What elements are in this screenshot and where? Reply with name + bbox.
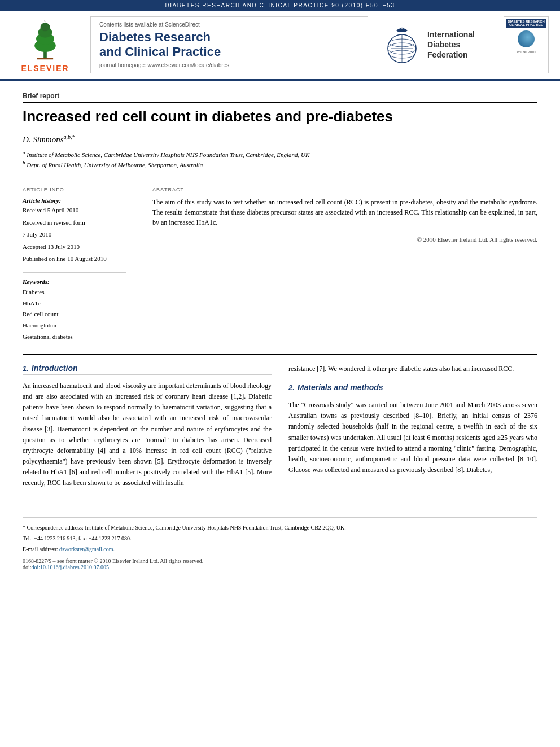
correspondence-label: * Correspondence address:	[23, 525, 84, 531]
idf-section: International Diabetes Federation	[379, 16, 492, 73]
correspondence-footnote: * Correspondence address: Institute of M…	[23, 523, 537, 532]
article-info-title: ARTICLE INFO	[23, 187, 126, 193]
header-area: ⚕ ELSEVIER Contents lists available at S…	[0, 11, 560, 81]
published-date: Published on line 10 August 2010	[23, 254, 126, 264]
author-sup: a,b,*	[64, 134, 75, 140]
journal-info-box: Contents lists available at ScienceDirec…	[90, 16, 368, 73]
authors-line: D. Simmonsa,b,*	[23, 134, 537, 145]
received-revised-date: 7 July 2010	[23, 230, 126, 239]
doi-line: doi:doi:10.1016/j.diabres.2010.07.005	[23, 564, 537, 570]
email-footnote: E-mail address: dsworkster@gmail.com.	[23, 545, 537, 553]
email-label: E-mail address:	[23, 546, 58, 552]
idf-globe-icon	[382, 25, 422, 64]
methods-section-title: 2.Materials and methods	[288, 383, 537, 394]
abstract-panel: ABSTRACT The aim of this study was to te…	[152, 187, 537, 342]
methods-body-text: The "Crossroads study" was carried out b…	[288, 400, 537, 475]
journal-bar-text: DIABETES RESEARCH AND CLINICAL PRACTICE …	[165, 2, 395, 8]
intro-continuation: resistance [7]. We wondered if other pre…	[288, 364, 537, 374]
correspondence-text: Institute of Metabolic Science, Cambridg…	[85, 525, 345, 531]
email-address: dsworkster@gmail.com	[59, 546, 113, 552]
left-column: 1.Introduction An increased haematocrit …	[23, 364, 272, 495]
author-name: D. Simmons	[23, 135, 64, 144]
science-direct-text: Contents lists available at ScienceDirec…	[99, 21, 359, 28]
intro-title-text: Introduction	[32, 364, 78, 373]
intro-number: 1.	[23, 364, 29, 373]
copyright-line: 0168-8227/$ – see front matter © 2010 El…	[23, 558, 537, 564]
received-date-1: Received 5 April 2010	[23, 206, 126, 215]
abstract-copyright: © 2010 Elsevier Ireland Ltd. All rights …	[152, 236, 537, 243]
keyword-haemoglobin: Haemoglobin	[23, 320, 126, 331]
accepted-date: Accepted 13 July 2010	[23, 242, 126, 252]
keywords-section: Keywords: Diabetes HbA1c Red cell count …	[23, 272, 126, 343]
main-sections: 1.Introduction An increased haematocrit …	[23, 354, 537, 495]
keyword-rcc: Red cell count	[23, 309, 126, 320]
intro-section-title: 1.Introduction	[23, 364, 272, 375]
cover-header-text: DIABETES RESEARCH CLINICAL PRACTICE	[506, 19, 546, 28]
journal-title: Diabetes Research and Clinical Practice	[99, 30, 359, 60]
article-title: Increased red cell count in diabetes and…	[23, 108, 537, 125]
journal-homepage: journal homepage: www.elsevier.com/locat…	[99, 62, 359, 68]
methods-title-text: Materials and methods	[298, 383, 383, 392]
main-content-area: Brief report Increased red cell count in…	[0, 81, 560, 506]
tel-footnote: Tel.: +44 1223 216 913; fax: +44 1223 21…	[23, 534, 537, 543]
doi-link: doi:10.1016/j.diabres.2010.07.005	[32, 564, 110, 570]
section-label: Brief report	[23, 92, 537, 103]
intro-body-text: An increased haematocrit and blood visco…	[23, 381, 272, 489]
elsevier-logo: ⚕ ELSEVIER	[11, 16, 79, 73]
abstract-text: The aim of this study was to test whethe…	[152, 197, 537, 228]
elsevier-name: ELSEVIER	[21, 64, 69, 73]
received-revised-label: Received in revised form	[23, 218, 126, 228]
abstract-title: ABSTRACT	[152, 187, 537, 193]
article-info-abstract: ARTICLE INFO Article history: Received 5…	[23, 178, 537, 342]
right-column: resistance [7]. We wondered if other pre…	[288, 364, 537, 495]
svg-rect-5	[37, 58, 53, 60]
article-info-panel: ARTICLE INFO Article history: Received 5…	[23, 187, 135, 342]
svg-text:⚕: ⚕	[45, 20, 46, 24]
journal-cover-thumbnail: DIABETES RESEARCH CLINICAL PRACTICE Vol.…	[504, 16, 549, 73]
keywords-label: Keywords:	[23, 278, 126, 285]
cover-small-text: Vol. 90 2010	[517, 50, 535, 54]
affiliations: a Institute of Metabolic Science, Cambri…	[23, 149, 537, 169]
keyword-gestational: Gestational diabetes	[23, 331, 126, 343]
history-label: Article history:	[23, 197, 126, 204]
svg-point-4	[41, 23, 50, 32]
keyword-hba1c: HbA1c	[23, 298, 126, 309]
footer-area: * Correspondence address: Institute of M…	[23, 517, 537, 570]
elsevier-tree-icon: ⚕	[20, 16, 71, 62]
cover-circle-decoration	[518, 30, 535, 47]
journal-bar: DIABETES RESEARCH AND CLINICAL PRACTICE …	[0, 0, 560, 11]
keyword-diabetes: Diabetes	[23, 287, 126, 298]
copyright-footer: 0168-8227/$ – see front matter © 2010 El…	[23, 558, 537, 570]
methods-number: 2.	[288, 383, 295, 392]
idf-text: International Diabetes Federation	[427, 29, 475, 60]
